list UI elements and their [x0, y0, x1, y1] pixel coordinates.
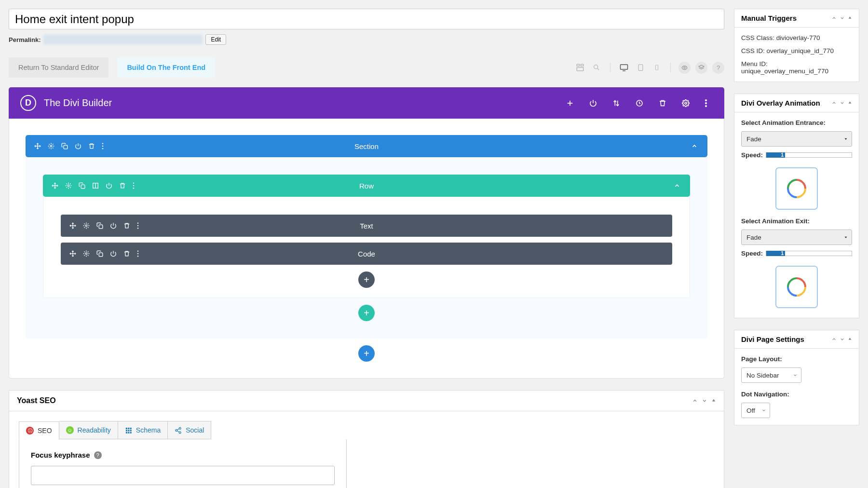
metabox-title: Divi Overlay Animation [741, 99, 820, 107]
sort-icon[interactable] [612, 99, 620, 107]
dot-navigation-select[interactable]: Off [741, 403, 770, 418]
layout-icon[interactable] [574, 62, 586, 73]
svg-marker-55 [712, 399, 716, 402]
chevron-down-icon[interactable] [840, 100, 845, 106]
power-icon[interactable] [110, 250, 117, 257]
settings-icon[interactable] [682, 99, 690, 107]
edit-permalink-button[interactable]: Edit [205, 34, 226, 45]
move-icon[interactable] [34, 143, 41, 149]
tab-seo[interactable]: ☹ SEO [19, 421, 59, 440]
svg-point-18 [705, 99, 707, 101]
duplicate-icon[interactable] [79, 182, 85, 189]
section-bar[interactable]: Section [26, 135, 707, 157]
chevron-down-icon[interactable] [840, 337, 845, 342]
duplicate-icon[interactable] [96, 250, 103, 257]
entrance-speed-slider[interactable]: 1 [766, 152, 852, 158]
delete-icon[interactable] [659, 99, 666, 107]
exit-select[interactable]: Fade [741, 230, 852, 245]
columns-icon[interactable] [92, 182, 99, 189]
power-icon[interactable] [106, 182, 112, 189]
menu-id-line: Menu ID: unique_overlay_menu_id_770 [741, 60, 852, 75]
more-icon[interactable] [102, 143, 108, 149]
tab-readability[interactable]: ☺ Readability [59, 421, 118, 439]
tab-schema[interactable]: Schema [118, 421, 168, 439]
svg-rect-61 [130, 430, 131, 431]
module-code-bar[interactable]: Code [61, 243, 672, 265]
divi-overlay-animation-metabox: Divi Overlay Animation Select Animation … [734, 94, 859, 318]
more-icon[interactable] [705, 99, 713, 107]
move-icon[interactable] [69, 222, 76, 229]
toggle-panel-icon[interactable] [848, 15, 852, 21]
move-icon[interactable] [52, 182, 58, 189]
svg-point-38 [133, 188, 135, 189]
more-icon[interactable] [137, 250, 144, 257]
help-icon[interactable]: ? [712, 62, 724, 74]
svg-point-49 [85, 253, 87, 255]
focus-keyphrase-input[interactable] [31, 466, 335, 485]
layers-icon[interactable] [695, 62, 707, 74]
exit-speed-slider[interactable]: 1 [766, 251, 852, 256]
add-row-button[interactable]: + [358, 305, 375, 321]
tablet-view-icon[interactable] [635, 62, 646, 73]
entrance-animation-preview [775, 167, 818, 210]
divider [610, 63, 610, 72]
metabox-title: Divi Page Settings [741, 335, 804, 343]
gear-icon[interactable] [48, 143, 54, 149]
more-icon[interactable] [137, 222, 144, 229]
add-module-button[interactable]: + [358, 271, 375, 288]
duplicate-icon[interactable] [96, 222, 103, 229]
tab-social[interactable]: Social [168, 421, 211, 439]
section-label: Section [354, 142, 379, 150]
post-title-input[interactable] [9, 9, 724, 29]
svg-rect-56 [126, 427, 127, 429]
svg-rect-42 [99, 225, 103, 229]
page-layout-select[interactable]: No Sidebar [741, 367, 801, 383]
add-icon[interactable] [566, 99, 574, 107]
permalink-label: Permalink: [9, 36, 41, 43]
chevron-down-icon[interactable] [702, 398, 707, 404]
toggle-panel-icon[interactable] [848, 337, 852, 342]
history-icon[interactable] [636, 99, 643, 107]
mobile-view-icon[interactable] [651, 62, 663, 73]
gear-icon[interactable] [83, 250, 90, 257]
trash-icon[interactable] [88, 143, 95, 149]
svg-rect-63 [128, 432, 129, 433]
chevron-up-icon[interactable] [831, 100, 837, 106]
chevron-up-icon[interactable] [831, 15, 837, 21]
trash-icon[interactable] [123, 250, 130, 257]
power-icon[interactable] [589, 99, 597, 107]
chevron-up-icon[interactable] [692, 398, 698, 404]
seo-status-icon: ☹ [26, 427, 34, 434]
trash-icon[interactable] [123, 222, 130, 229]
add-section-button[interactable]: + [358, 345, 375, 362]
return-standard-editor-button[interactable]: Return To Standard Editor [9, 57, 108, 78]
help-icon[interactable]: ? [94, 451, 102, 459]
desktop-view-icon[interactable] [618, 62, 630, 73]
zoom-icon[interactable] [591, 62, 602, 73]
trash-icon[interactable] [119, 182, 126, 189]
duplicate-icon[interactable] [61, 143, 68, 149]
preview-icon[interactable] [678, 62, 691, 74]
row-bar[interactable]: Row [43, 175, 690, 197]
dot-navigation-label: Dot Navigation: [741, 391, 852, 398]
module-text-bar[interactable]: Text [61, 215, 672, 237]
chevron-up-icon[interactable] [831, 337, 837, 342]
chevron-down-icon[interactable] [840, 15, 845, 21]
schema-icon [125, 427, 132, 434]
move-icon[interactable] [69, 250, 76, 257]
svg-marker-71 [849, 101, 852, 104]
gear-icon[interactable] [83, 222, 90, 229]
toggle-panel-icon[interactable] [848, 100, 852, 106]
power-icon[interactable] [75, 143, 81, 149]
entrance-select[interactable]: Fade [741, 131, 852, 147]
svg-point-45 [137, 225, 139, 227]
select-value: No Sidebar [746, 372, 779, 379]
build-front-end-button[interactable]: Build On The Front End [117, 57, 215, 78]
more-icon[interactable] [133, 182, 139, 189]
gear-icon[interactable] [65, 182, 72, 189]
collapse-icon[interactable] [674, 182, 680, 189]
power-icon[interactable] [110, 222, 117, 229]
row-label: Row [359, 182, 374, 190]
collapse-icon[interactable] [691, 143, 698, 149]
toggle-panel-icon[interactable] [711, 398, 716, 404]
